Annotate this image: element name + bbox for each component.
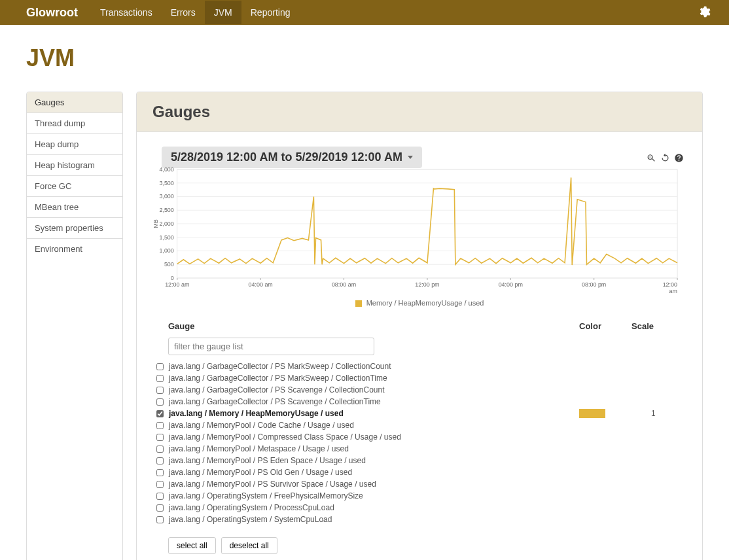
gauge-checkbox[interactable] <box>156 410 164 417</box>
col-gauge-header: Gauge <box>155 321 579 331</box>
gauge-checkbox[interactable] <box>156 387 164 394</box>
deselect-all-button[interactable]: deselect all <box>221 537 277 554</box>
svg-text:1,500: 1,500 <box>159 234 173 241</box>
gauge-row: java.lang / GarbageCollector / PS Scaven… <box>155 384 684 396</box>
sidebar-item-mbean-tree[interactable]: MBean tree <box>27 197 122 218</box>
brand-logo[interactable]: Glowroot <box>26 6 78 20</box>
svg-text:0: 0 <box>171 275 174 281</box>
svg-text:4,000: 4,000 <box>159 166 173 173</box>
gauge-checkbox[interactable] <box>156 469 164 476</box>
nav-reporting[interactable]: Reporting <box>241 1 300 24</box>
svg-text:am: am <box>669 288 677 294</box>
gauge-checkbox[interactable] <box>156 398 164 406</box>
gauge-label[interactable]: java.lang / GarbageCollector / PS Scaven… <box>169 397 684 406</box>
sidebar-item-heap-dump[interactable]: Heap dump <box>27 134 122 155</box>
gauge-row: java.lang / OperatingSystem / ProcessCpu… <box>155 502 684 514</box>
gauge-label[interactable]: java.lang / Memory / HeapMemoryUsage / u… <box>169 409 579 418</box>
panel-title: Gauges <box>152 103 686 121</box>
gauge-row: java.lang / MemoryPool / PS Old Gen / Us… <box>155 466 684 478</box>
gauge-checkbox[interactable] <box>156 363 164 370</box>
gauge-row: java.lang / OperatingSystem / SystemCpuL… <box>155 514 684 525</box>
svg-text:08:00 pm: 08:00 pm <box>582 281 606 288</box>
chart: 05001,0001,5002,0002,5003,0003,5004,0001… <box>150 166 684 296</box>
refresh-icon[interactable] <box>660 153 670 165</box>
gauge-label[interactable]: java.lang / MemoryPool / Metaspace / Usa… <box>169 444 684 453</box>
svg-text:04:00 pm: 04:00 pm <box>499 281 523 288</box>
sidebar: GaugesThread dumpHeap dumpHeap histogram… <box>26 92 123 560</box>
gauge-table: Gauge Color Scale java.lang / GarbageCol… <box>155 319 684 554</box>
gauge-label[interactable]: java.lang / MemoryPool / Compressed Clas… <box>169 432 684 442</box>
gauge-label[interactable]: java.lang / OperatingSystem / ProcessCpu… <box>169 503 684 512</box>
gauge-checkbox[interactable] <box>156 516 164 523</box>
svg-text:500: 500 <box>164 261 174 268</box>
sidebar-item-environment[interactable]: Environment <box>27 239 122 259</box>
sidebar-item-system-properties[interactable]: System properties <box>27 218 122 239</box>
page-title: JVM <box>26 44 703 72</box>
date-range-text: 5/28/2019 12:00 AM to 5/29/2019 12:00 AM <box>171 150 402 164</box>
sidebar-item-force-gc[interactable]: Force GC <box>27 176 122 197</box>
select-all-button[interactable]: select all <box>168 537 216 554</box>
gauge-checkbox[interactable] <box>156 504 164 512</box>
gauge-row: java.lang / GarbageCollector / PS MarkSw… <box>155 360 684 372</box>
navbar: Glowroot TransactionsErrorsJVMReporting <box>0 0 729 25</box>
gauge-row: java.lang / OperatingSystem / FreePhysic… <box>155 490 684 502</box>
gauge-checkbox[interactable] <box>156 434 164 441</box>
svg-text:12:00 pm: 12:00 pm <box>415 281 439 288</box>
panel-header: Gauges <box>137 92 702 132</box>
gauge-filter-input[interactable] <box>168 338 374 355</box>
help-icon[interactable] <box>674 153 684 165</box>
gauge-row: java.lang / MemoryPool / Compressed Clas… <box>155 431 684 443</box>
svg-text:1,000: 1,000 <box>159 247 173 254</box>
gauge-label[interactable]: java.lang / MemoryPool / Code Cache / Us… <box>169 421 684 430</box>
gauge-label[interactable]: java.lang / GarbageCollector / PS MarkSw… <box>169 362 684 371</box>
legend-swatch <box>355 300 362 307</box>
nav-errors[interactable]: Errors <box>162 1 205 24</box>
svg-text:04:00 am: 04:00 am <box>249 281 273 288</box>
svg-text:2,000: 2,000 <box>159 220 173 227</box>
svg-text:08:00 am: 08:00 am <box>332 281 356 288</box>
svg-text:3,500: 3,500 <box>159 180 173 186</box>
gauge-checkbox[interactable] <box>156 446 164 453</box>
gauge-color-swatch <box>579 409 605 418</box>
col-scale-header: Scale <box>631 321 684 331</box>
settings-icon[interactable] <box>692 0 716 26</box>
svg-text:MB: MB <box>152 219 159 228</box>
svg-text:12:00: 12:00 <box>663 281 677 288</box>
gauge-row: java.lang / MemoryPool / PS Eden Space /… <box>155 455 684 466</box>
gauge-row: java.lang / MemoryPool / Code Cache / Us… <box>155 419 684 431</box>
zoom-out-icon[interactable] <box>647 153 656 165</box>
gauge-label[interactable]: java.lang / OperatingSystem / FreePhysic… <box>169 491 684 500</box>
chart-legend: Memory / HeapMemoryUsage / used <box>155 299 684 307</box>
sidebar-item-heap-histogram[interactable]: Heap histogram <box>27 155 122 176</box>
gauge-checkbox[interactable] <box>156 375 164 382</box>
main-panel: Gauges 5/28/2019 12:00 AM to 5/29/2019 1… <box>136 92 703 560</box>
gauge-label[interactable]: java.lang / MemoryPool / PS Old Gen / Us… <box>169 468 684 477</box>
sidebar-item-thread-dump[interactable]: Thread dump <box>27 113 122 134</box>
gauge-label[interactable]: java.lang / GarbageCollector / PS MarkSw… <box>169 374 684 383</box>
chart-toolbar <box>647 153 684 165</box>
nav-jvm[interactable]: JVM <box>205 1 241 24</box>
gauge-label[interactable]: java.lang / MemoryPool / PS Survivor Spa… <box>169 480 684 489</box>
legend-label: Memory / HeapMemoryUsage / used <box>366 299 484 307</box>
chevron-down-icon <box>408 156 413 159</box>
nav-transactions[interactable]: Transactions <box>91 1 162 24</box>
gauge-label[interactable]: java.lang / MemoryPool / PS Eden Space /… <box>169 456 684 465</box>
gauge-scale: 1 <box>631 409 684 418</box>
gauge-checkbox[interactable] <box>156 457 164 464</box>
col-color-header: Color <box>579 321 631 331</box>
gauge-row: java.lang / MemoryPool / Metaspace / Usa… <box>155 443 684 455</box>
svg-text:2,500: 2,500 <box>159 207 173 213</box>
gauge-label[interactable]: java.lang / GarbageCollector / PS Scaven… <box>169 385 684 394</box>
gauge-checkbox[interactable] <box>156 422 164 429</box>
gauge-checkbox[interactable] <box>156 481 164 488</box>
gauge-row: java.lang / GarbageCollector / PS Scaven… <box>155 396 684 408</box>
sidebar-item-gauges[interactable]: Gauges <box>27 92 122 113</box>
gauge-checkbox[interactable] <box>156 493 164 500</box>
gauge-row: java.lang / MemoryPool / PS Survivor Spa… <box>155 478 684 490</box>
gauge-row: java.lang / GarbageCollector / PS MarkSw… <box>155 372 684 384</box>
gauge-label[interactable]: java.lang / OperatingSystem / SystemCpuL… <box>169 515 684 524</box>
svg-text:3,000: 3,000 <box>159 193 173 200</box>
gauge-row: java.lang / Memory / HeapMemoryUsage / u… <box>155 408 684 419</box>
svg-text:12:00 am: 12:00 am <box>165 281 189 288</box>
